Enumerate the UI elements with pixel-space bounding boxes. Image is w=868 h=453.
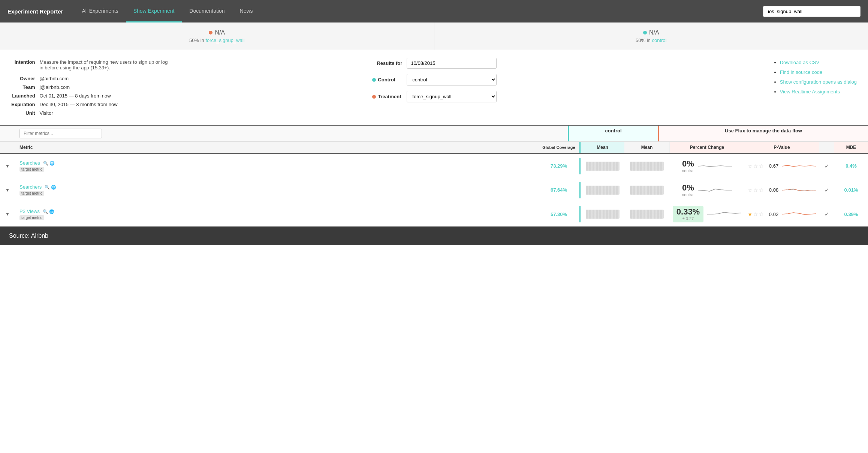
tg-global-empty	[527, 126, 568, 141]
p3views-stars: ★☆☆	[748, 211, 765, 217]
team-value: j@airbnb.com	[40, 83, 175, 92]
p3views-star1: ★	[748, 211, 753, 217]
searchers-icons: 🔍 🌐	[45, 185, 56, 190]
sub-pvalue-header: P-Value	[744, 142, 819, 153]
searches-link[interactable]: Searches	[19, 160, 40, 166]
team-label: Team	[11, 83, 40, 92]
owner-label: Owner	[11, 72, 40, 83]
results-for-row: Results for	[372, 58, 762, 69]
row-check-searchers: ✓	[819, 183, 834, 197]
nav-all-experiments[interactable]: All Experiments	[74, 0, 126, 22]
dot-orange	[209, 31, 213, 34]
table-row: ▼ Searchers 🔍 🌐 target metric 67.64% 0% …	[0, 178, 868, 202]
nav-documentation[interactable]: Documentation	[182, 0, 232, 22]
sub-pct-header: Percent Change	[669, 142, 744, 153]
row-pval-searchers: ☆☆☆ 0.08	[744, 181, 819, 200]
unit-value: Visitor	[40, 109, 175, 117]
table-row: ▼ P3 Views 🔍 🌐 target metric 57.30% 0.33…	[0, 202, 868, 226]
treatment-select[interactable]: force_signup_wall	[407, 91, 497, 102]
table-sub-headers: Metric Global Coverage Mean Mean Percent…	[0, 142, 868, 154]
row-expand-searches[interactable]: ▼	[0, 164, 15, 169]
searches-mean-control-blurred	[586, 162, 620, 171]
results-for-date-input[interactable]	[407, 58, 497, 69]
launched-label: Launched	[11, 92, 40, 100]
row-expand-p3views[interactable]: ▼	[0, 212, 15, 217]
nav-show-experiment[interactable]: Show Experiment	[126, 0, 182, 22]
searchers-sparkline	[698, 184, 732, 196]
searches-mean-treatment-blurred	[630, 162, 664, 171]
table-row: ▼ Searches 🔍 🌐 target metric 73.29% 0% n…	[0, 154, 868, 178]
row-check-p3views: ✓	[819, 207, 834, 221]
control-select[interactable]: control	[407, 74, 497, 86]
p3views-mde: 0.39%	[844, 212, 858, 217]
nav-news[interactable]: News	[232, 0, 260, 22]
variant-control-link[interactable]: control	[652, 38, 666, 43]
find-source-link[interactable]: Find in source code	[780, 69, 822, 75]
nav-brand: Experiment Reporter	[7, 8, 63, 15]
variant-control-sub: 50% in control	[636, 38, 666, 43]
searches-stars: ☆☆☆	[748, 163, 765, 169]
tg-treatment-header: Use Flux to manage the data flow	[658, 126, 868, 141]
show-config-link[interactable]: Show configuration opens as dialog	[780, 79, 857, 85]
p3views-pval-sparkline	[782, 208, 816, 220]
searches-icons: 🔍 🌐	[43, 161, 55, 166]
searches-sparkline	[698, 160, 732, 172]
navigation: Experiment Reporter All Experiments Show…	[0, 0, 868, 22]
metrics-table: control Use Flux to manage the data flow…	[0, 126, 868, 226]
tg-control-header: control	[568, 126, 658, 141]
row-metric-searchers: Searchers 🔍 🌐 target metric	[15, 180, 538, 200]
results-for-label: Results for	[372, 60, 402, 66]
treatment-label-text: Treatment	[378, 94, 401, 99]
row-pval-searches: ☆☆☆ 0.67	[744, 157, 819, 176]
variant-force-name: N/A	[209, 29, 225, 36]
row-pval-p3views: ★☆☆ 0.02	[744, 205, 819, 224]
variant-panel: N/A 50% in force_signup_wall N/A 50% in …	[0, 22, 868, 50]
p3views-sparkline	[707, 208, 741, 220]
searchers-pval-sparkline	[782, 184, 816, 196]
row-metric-p3views: P3 Views 🔍 🌐 target metric	[15, 205, 538, 224]
metric-filter-input[interactable]	[19, 129, 102, 138]
variant-control-label: N/A	[649, 29, 659, 36]
row-global-p3views: 57.30%	[538, 208, 579, 221]
intention-text: Measure the impact of requiring new user…	[40, 58, 175, 72]
searches-badge: target metric	[19, 167, 44, 172]
variant-force-sub: 50% in force_signup_wall	[189, 38, 244, 43]
owner-value: @airbnb.com	[40, 72, 175, 83]
download-csv-link[interactable]: Download as CSV	[780, 60, 820, 65]
unit-label: Unit	[11, 109, 40, 117]
p3views-link[interactable]: P3 Views	[19, 208, 40, 214]
control-row: Control control	[372, 74, 762, 86]
variant-force-link[interactable]: force_signup_wall	[205, 38, 244, 43]
p3views-icons: 🔍 🌐	[43, 209, 54, 214]
expiration-value: Dec 30, 2015 — 3 months from now	[40, 100, 175, 109]
expiration-label: Expiration	[11, 100, 40, 109]
row-expand-searchers[interactable]: ▼	[0, 188, 15, 193]
control-dot	[372, 78, 376, 82]
row-mean-treatment-searches	[624, 158, 669, 174]
control-label-text: Control	[378, 77, 395, 82]
view-realtime-link[interactable]: View Realtime Assignments	[780, 89, 840, 94]
treatment-row: Treatment force_signup_wall	[372, 91, 762, 102]
experiment-details: Intention Measure the impact of requirin…	[11, 58, 357, 117]
row-metric-searches: Searches 🔍 🌐 target metric	[15, 156, 538, 176]
searchers-pct-val: 0%	[682, 183, 694, 192]
row-mde-p3views: 0.39%	[834, 208, 868, 221]
row-mean-treatment-p3views	[624, 206, 669, 222]
searches-pval-sparkline	[782, 160, 816, 172]
variant-force-signup: N/A 50% in force_signup_wall	[0, 22, 434, 50]
searchers-mde: 0.01%	[844, 187, 858, 193]
nav-search-container	[763, 6, 861, 17]
p3views-pct-sub: ± 0.27	[676, 216, 700, 221]
row-check-searches: ✓	[819, 159, 834, 173]
search-input[interactable]	[763, 6, 861, 17]
p3views-pct-val: 0.33%	[676, 207, 700, 216]
searchers-link[interactable]: Searchers	[19, 184, 42, 190]
searchers-badge: target metric	[19, 191, 44, 196]
row-pct-searches: 0% neutral	[669, 156, 744, 177]
row-mean-treatment-searchers	[624, 182, 669, 198]
sub-mde-header: MDE	[834, 142, 868, 153]
row-mean-control-searchers	[579, 182, 624, 198]
tg-metric-empty	[15, 126, 527, 141]
details-section: Intention Measure the impact of requirin…	[0, 50, 868, 126]
table-group-headers: control Use Flux to manage the data flow	[0, 126, 868, 142]
